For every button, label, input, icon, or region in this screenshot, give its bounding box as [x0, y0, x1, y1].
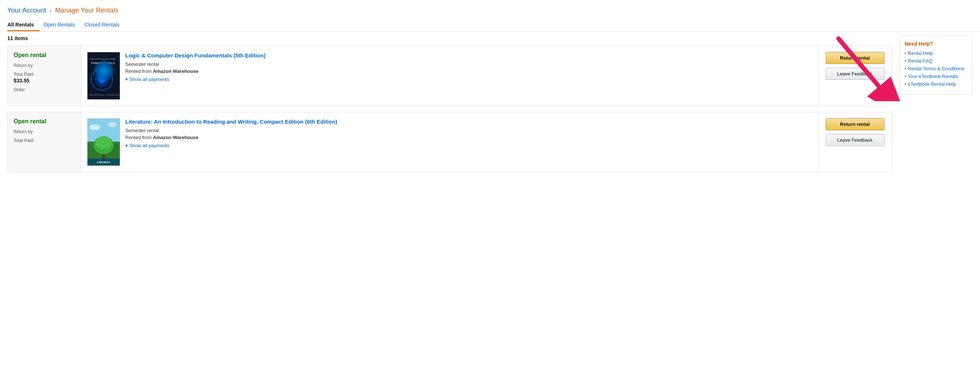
total-paid-value: $33.55 [14, 78, 75, 83]
show-payments-link[interactable]: Show all payments [125, 143, 169, 148]
rental-status: Open rental [14, 118, 75, 125]
order-info: Order [14, 87, 75, 92]
book-cover-image: Logic and Computer Design FUNDAMENTALS M… [87, 52, 120, 100]
svg-text:Literature: Literature [97, 160, 111, 164]
book-info: Literature: An Introduction to Reading a… [125, 118, 812, 166]
svg-text:FUNDAMENTALS: FUNDAMENTALS [91, 61, 115, 65]
svg-point-15 [108, 122, 117, 127]
tab-closed-rentals[interactable]: Closed Rentals [84, 18, 125, 31]
rented-from: Rented from Amazon Warehouse [125, 69, 812, 74]
list-item: Your eTextbook Rentals [905, 74, 967, 79]
total-paid-block: Total Paid: [14, 138, 75, 143]
total-paid-label: Total Paid: [14, 138, 75, 143]
help-link[interactable]: Rental Terms & Conditions [908, 66, 964, 71]
rental-actions-panel: Return rental Leave Feedback [818, 46, 891, 106]
breadcrumb-separator: › [49, 8, 51, 14]
return-by-label: Return by: [14, 63, 75, 68]
help-box: Need Help? Rental Help Rental FAQ Rental… [899, 35, 973, 94]
show-payments-link[interactable]: Show all payments [125, 77, 169, 82]
svg-point-13 [95, 136, 111, 149]
total-paid-block: Total Paid: $33.55 [14, 72, 75, 83]
list-item: Rental FAQ [905, 58, 967, 64]
svg-text:Logic and Computer Design: Logic and Computer Design [89, 58, 116, 60]
help-link[interactable]: eTextbook Rental Help [908, 81, 956, 87]
rental-type: Semester rental [125, 128, 812, 133]
rental-status: Open rental [14, 52, 75, 59]
help-link[interactable]: Rental FAQ [908, 58, 932, 64]
rentals-section: 11 items Open rental Return by: Total Pa… [7, 35, 892, 178]
return-by-label: Return by: [14, 129, 75, 134]
rental-actions-panel: Return rental Leave Feedback [818, 112, 891, 172]
rented-from: Rented from Amazon Warehouse [125, 135, 812, 140]
list-item: eTextbook Rental Help [905, 81, 967, 87]
book-cover-image: Literature [87, 118, 120, 166]
return-by-block: Return by: [14, 129, 75, 134]
rental-middle-panel: Logic and Computer Design FUNDAMENTALS M… [81, 46, 818, 106]
book-title-link[interactable]: Literature: An Introduction to Reading a… [125, 118, 812, 125]
main-container: 11 items Open rental Return by: Total Pa… [0, 32, 980, 182]
help-link[interactable]: Your eTextbook Rentals [908, 74, 958, 79]
leave-feedback-button[interactable]: Leave Feedback [826, 68, 885, 80]
help-title: Need Help? [905, 41, 967, 47]
breadcrumb: Your Account › Manage Your Rentals [0, 0, 980, 18]
list-item: Rental Help [905, 50, 967, 56]
help-links-list: Rental Help Rental FAQ Rental Terms & Co… [905, 50, 967, 87]
tab-open-rentals[interactable]: Open Rentals [43, 18, 81, 31]
sidebar: Need Help? Rental Help Rental FAQ Rental… [899, 35, 973, 178]
return-rental-button[interactable]: Return rental [826, 52, 885, 64]
book-info: Logic & Computer Design Fundamentals (5t… [125, 52, 812, 100]
breadcrumb-current: Manage Your Rentals [55, 6, 118, 14]
list-item: Rental Terms & Conditions [905, 66, 967, 71]
svg-point-14 [89, 125, 100, 130]
item-count: 11 items [7, 35, 892, 41]
breadcrumb-account-link[interactable]: Your Account [7, 6, 46, 14]
rental-card: Open rental Return by: Total Paid: [7, 112, 892, 172]
rental-type: Semester rental [125, 61, 812, 67]
rental-card: Open rental Return by: Total Paid: $33.5… [7, 46, 892, 106]
svg-text:M.MORRIS MANO • CHARLES KIME •: M.MORRIS MANO • CHARLES KIME • TOM MARTI… [89, 94, 120, 96]
total-paid-label: Total Paid: [14, 72, 75, 77]
return-rental-button[interactable]: Return rental [826, 118, 885, 130]
leave-feedback-button[interactable]: Leave Feedback [826, 134, 885, 146]
rental-left-panel: Open rental Return by: Total Paid: $33.5… [8, 46, 81, 106]
return-by-block: Return by: [14, 63, 75, 68]
rental-left-panel: Open rental Return by: Total Paid: [8, 112, 81, 172]
book-title-link[interactable]: Logic & Computer Design Fundamentals (5t… [125, 52, 812, 59]
help-link[interactable]: Rental Help [908, 50, 933, 56]
tab-all-rentals[interactable]: All Rentals [7, 18, 40, 31]
rental-middle-panel: Literature Literature: An Introduction t… [81, 112, 818, 172]
tabs-bar: All Rentals Open Rentals Closed Rentals [0, 18, 980, 32]
